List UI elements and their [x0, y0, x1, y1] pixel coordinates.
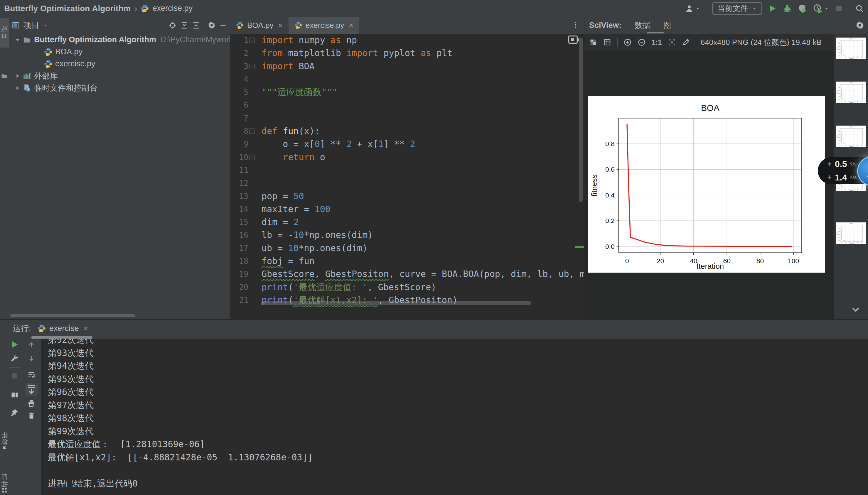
plot-thumbnail[interactable]	[836, 125, 866, 147]
code-line[interactable]: 14maxIter = 100	[230, 203, 584, 216]
run-configuration-selector[interactable]: 当前文件	[712, 2, 762, 15]
console-line[interactable]: 第94次迭代	[48, 359, 868, 373]
console-line[interactable]: 第92次迭代	[48, 339, 868, 346]
close-icon[interactable]: ×	[84, 324, 88, 333]
stripe-bookmarks-button[interactable]: 书签	[0, 427, 9, 459]
tab-options-kebab-icon[interactable]	[571, 21, 580, 29]
chevron-down-icon[interactable]	[43, 23, 48, 28]
editor-horizontal-scrollbar[interactable]	[261, 301, 531, 305]
settings-gear-icon[interactable]	[207, 21, 216, 29]
code-line[interactable]: 20print('最优适应度值: ', GbestScore)	[230, 281, 584, 294]
run-button[interactable]	[768, 4, 777, 13]
tree-item[interactable]: 临时文件和控制台	[9, 82, 230, 94]
tab-exercise-py[interactable]: exercise.py ×	[288, 17, 359, 34]
code-line[interactable]: 17ub = 10*np.ones(dim)	[230, 242, 584, 255]
stripe-project-button[interactable]: 项目	[0, 18, 9, 48]
up-stack-trace-button[interactable]	[28, 341, 35, 348]
fold-marker-icon[interactable]: −	[249, 155, 254, 160]
breadcrumb-file[interactable]: exercise.py	[152, 4, 193, 13]
tab-plots[interactable]: 图	[663, 20, 671, 31]
chevron-right-icon[interactable]	[14, 72, 21, 80]
project-horizontal-scrollbar[interactable]	[10, 314, 135, 317]
code-line[interactable]: 8−def fun(x):	[230, 125, 584, 138]
select-opened-file-button[interactable]	[168, 21, 177, 29]
code-line[interactable]: 4	[230, 73, 584, 86]
profiler-button[interactable]	[813, 4, 822, 13]
code-line[interactable]: 7	[230, 112, 584, 125]
code-line[interactable]: 9 o = x[0] ** 2 + x[1] ** 2	[230, 138, 584, 151]
tab-data[interactable]: 数据	[635, 20, 650, 31]
print-button[interactable]	[27, 399, 35, 407]
edit-run-configuration-button[interactable]	[11, 355, 19, 363]
hide-panel-button[interactable]	[219, 21, 227, 29]
expand-all-button[interactable]	[180, 21, 188, 29]
clear-console-button[interactable]	[28, 412, 35, 420]
plot-thumbnail[interactable]	[836, 82, 866, 103]
tab-boa-py[interactable]: BOA.py ×	[230, 17, 288, 34]
stripe-folder-button[interactable]	[0, 72, 9, 80]
zoom-out-button[interactable]	[638, 38, 646, 46]
console-line[interactable]: 最优解[x1,x2]: [[-4.88821428e-05 1.13076268…	[48, 451, 868, 464]
zoom-in-button[interactable]	[623, 38, 632, 46]
code-line[interactable]: 18fobj = fun	[230, 255, 584, 268]
stripe-structure-button[interactable]: 结构	[0, 468, 9, 495]
console-line[interactable]: 第98次迭代	[48, 412, 868, 425]
chevron-down-icon[interactable]	[14, 36, 21, 44]
show-chessboard-button[interactable]	[589, 38, 597, 46]
down-stack-trace-button[interactable]	[28, 355, 35, 363]
code-line[interactable]: 2from matplotlib import pyplot as plt	[230, 47, 584, 59]
run-console[interactable]: 第92次迭代第93次迭代第94次迭代第95次迭代第96次迭代第97次迭代第98次…	[41, 339, 868, 495]
plot-thumbnail[interactable]	[836, 37, 866, 59]
image-preview-icon[interactable]	[568, 35, 580, 44]
code-line[interactable]: 5"""适应度函数"""	[230, 86, 584, 99]
scroll-to-end-button[interactable]	[25, 383, 38, 396]
collapse-all-button[interactable]	[192, 21, 200, 29]
fold-marker-icon[interactable]: −	[249, 129, 254, 134]
fold-marker-icon[interactable]: −	[249, 64, 254, 69]
chevron-right-icon[interactable]	[14, 85, 21, 91]
editor-vertical-scrollbar[interactable]	[579, 37, 583, 202]
restore-layout-button[interactable]	[11, 391, 19, 399]
project-panel-title[interactable]: 项目	[23, 20, 39, 31]
debug-button[interactable]	[783, 4, 792, 13]
close-icon[interactable]: ×	[278, 21, 283, 30]
color-picker-button[interactable]	[682, 38, 690, 46]
plot-thumbnail[interactable]	[836, 222, 866, 244]
code-line[interactable]: 15dim = 2	[230, 216, 584, 228]
code-line[interactable]: 16lb = -10*np.ones(dim)	[230, 228, 584, 241]
tree-item[interactable]: 外部库	[9, 70, 230, 82]
soft-wrap-button[interactable]	[27, 370, 36, 379]
code-line[interactable]: 19GbestScore, GbestPositon, curve = BOA.…	[230, 268, 584, 280]
scroll-down-chevron-icon[interactable]	[851, 307, 861, 313]
breadcrumb[interactable]: Butterfly Optimization Algorithm › exerc…	[4, 0, 193, 17]
console-line[interactable]: 最优适应度值： [1.28101369e-06]	[48, 438, 868, 451]
console-line[interactable]: 第96次迭代	[48, 386, 868, 399]
code-line[interactable]: 3−import BOA	[230, 60, 584, 73]
rerun-button[interactable]	[11, 340, 19, 348]
code-line[interactable]: 11	[230, 164, 584, 177]
pin-tab-button[interactable]	[11, 408, 19, 417]
console-line[interactable]	[48, 464, 868, 477]
user-menu[interactable]	[685, 4, 700, 13]
console-line[interactable]: 第95次迭代	[48, 373, 868, 386]
code-line[interactable]: 12	[230, 177, 584, 190]
breadcrumb-project[interactable]: Butterfly Optimization Algorithm	[4, 4, 131, 13]
plot-image[interactable]: BOA0204060801000.00.20.40.60.8Iterationf…	[588, 96, 825, 273]
code-line[interactable]: 6	[230, 99, 584, 112]
search-everywhere-icon[interactable]	[855, 4, 864, 13]
code-line[interactable]: 10− return o	[230, 151, 584, 164]
console-line[interactable]: 第99次迭代	[48, 425, 868, 438]
network-speed-widget[interactable]: 0.5 K/s 1.4 K/s 2	[818, 157, 868, 184]
code-line[interactable]: 13pop = 50	[230, 190, 584, 203]
tree-item[interactable]: Butterfly Optimization AlgorithmD:\PyCha…	[9, 34, 230, 46]
actual-size-button[interactable]: 1:1	[652, 38, 662, 46]
console-line[interactable]: 第97次迭代	[48, 399, 868, 412]
settings-gear-icon[interactable]	[855, 21, 864, 30]
code-editor[interactable]: 1−import numpy as np2from matplotlib imp…	[230, 34, 584, 319]
fold-marker-icon[interactable]: −	[249, 37, 254, 43]
tree-item[interactable]: BOA.py	[9, 46, 230, 58]
show-grid-button[interactable]	[603, 38, 612, 46]
console-line[interactable]: 第93次迭代	[48, 346, 868, 360]
run-tab-exercise[interactable]: exercise ×	[37, 320, 88, 337]
tree-item[interactable]: exercise.py	[9, 58, 230, 70]
